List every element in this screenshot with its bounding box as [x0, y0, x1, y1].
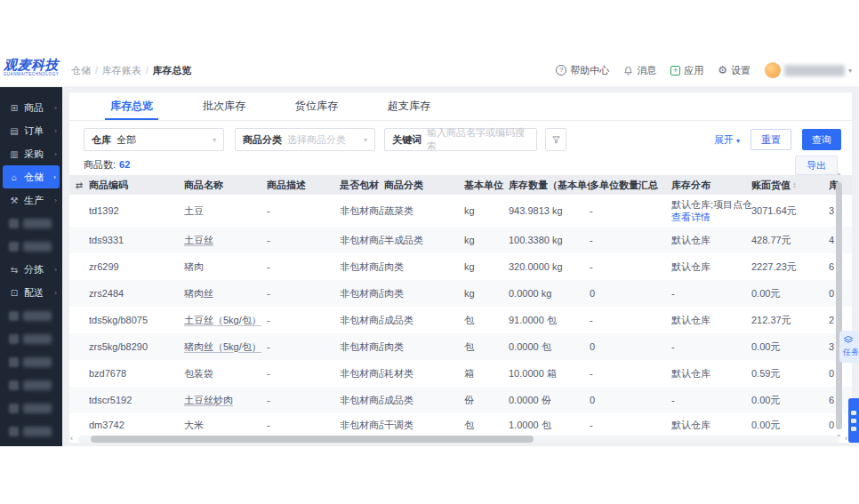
horizontal-scrollbar[interactable]: ‹ › — [78, 436, 839, 443]
goods-name-text[interactable]: 土豆丝炒肉 — [184, 395, 233, 405]
keyword-input[interactable]: 关键词 输入商品名字或编码搜索 — [384, 128, 537, 151]
cutoff-side-panel[interactable] — [848, 398, 859, 443]
column-header-账面货值[interactable]: 账面货值▴▾ — [751, 179, 829, 192]
filter-bar: 仓库 全部 ▾ 商品分类 选择商品分类 ▾ 关键词 输入商品名字或编码搜索 — [69, 128, 852, 153]
help-center-button[interactable]: ? 帮助中心 — [556, 64, 609, 77]
column-settings-icon[interactable]: ⇄ — [69, 180, 89, 190]
inventory-table: ⇄商品编码商品名称商品描述是否包材商品分类基本单位库存数量（基本单位）▴▾多单位… — [69, 175, 852, 436]
column-header-库存数量（基本单位）[interactable]: 库存数量（基本单位）▴▾ — [509, 179, 590, 192]
sidebar-item-redacted[interactable] — [0, 396, 62, 420]
user-menu[interactable]: ▾ — [765, 62, 852, 78]
sidebar-item-生产[interactable]: ⚒生产› — [0, 188, 62, 212]
cell-goods-code: bzd7678 — [89, 368, 184, 379]
goods-name-text[interactable]: 土豆丝 — [184, 235, 213, 245]
breadcrumb-item[interactable]: 库存账表 — [102, 64, 141, 77]
messages-button[interactable]: 消息 — [623, 64, 656, 77]
delivery-icon: ⊡ — [9, 288, 20, 298]
tab-库存总览[interactable]: 库存总览 — [98, 92, 165, 120]
funnel-icon — [551, 135, 561, 145]
cell-book-value: 2227.23元 — [751, 260, 829, 274]
column-header-label: 多单位数量汇总 — [590, 179, 658, 192]
production-icon: ⚒ — [9, 196, 20, 205]
reset-button[interactable]: 重置 — [751, 129, 791, 150]
expand-toggle[interactable]: 展开 ▾ — [714, 133, 740, 147]
search-button[interactable]: 查询 — [802, 129, 841, 150]
tab-货位库存[interactable]: 货位库存 — [283, 92, 350, 120]
horizontal-scrollbar-thumb[interactable] — [91, 436, 534, 443]
panel-glyph — [851, 419, 856, 423]
main-area: 库存总览批次库存货位库存超支库存 仓库 全部 ▾ 商品分类 选择商品分类 ▾ 关… — [62, 87, 859, 446]
cell-stock-qty: 0.0000 包 — [509, 340, 590, 354]
vertical-scrollbar-thumb[interactable] — [836, 182, 842, 429]
cell-base-unit: kg — [464, 205, 509, 216]
scroll-left-arrow[interactable]: ‹ — [70, 434, 73, 443]
scroll-up-arrow[interactable]: ⌃ — [836, 172, 842, 180]
tab-超支库存[interactable]: 超支库存 — [375, 92, 443, 120]
sidebar-item-订单[interactable]: ▤订单› — [0, 119, 62, 142]
chevron-down-icon: ▾ — [213, 136, 216, 144]
column-header-商品编码: 商品编码 — [89, 179, 184, 192]
task-float-button[interactable]: 任务 — [839, 331, 859, 363]
task-float-label: 任务 — [843, 347, 859, 358]
cell-description: - — [267, 395, 340, 405]
goods-name-text[interactable]: 土豆丝（5kg/包） — [184, 315, 261, 325]
sidebar-item-redacted[interactable] — [0, 350, 62, 373]
settings-button[interactable]: ⚙ 设置 — [718, 64, 751, 77]
sidebar-item-redacted[interactable] — [0, 420, 62, 443]
chevron-right-icon: › — [54, 196, 57, 204]
top-bar: 观麦科技 GUANMAITECHNOLOGY 仓储 / 库存账表 / 库存总览 … — [0, 53, 859, 87]
distribution-text: 默认仓库 — [671, 234, 746, 246]
brand-subtitle: GUANMAITECHNOLOGY — [0, 72, 62, 77]
cell-category: 耗材类 — [384, 367, 464, 380]
goods-name-text: 猪肉 — [184, 261, 204, 272]
sidebar-item-redacted[interactable] — [0, 235, 62, 258]
avatar — [765, 62, 781, 78]
messages-label: 消息 — [637, 64, 656, 77]
sidebar-item-redacted[interactable] — [0, 373, 62, 396]
sort-icon: ▴▾ — [793, 181, 796, 188]
table-row: zrs5kg/b8290猪肉丝（5kg/包）-非包材商品肉类包0.0000 包0… — [69, 333, 852, 360]
distribution-text: 默认仓库 — [671, 419, 746, 431]
table-row: zr6299猪肉-非包材商品肉类kg320.0000 kg-默认仓库2227.2… — [69, 253, 852, 280]
sidebar-item-仓储[interactable]: ⌂仓储› — [3, 165, 60, 188]
cell-multi-unit-qty: - — [590, 205, 671, 216]
cell-distribution: 默认仓库 — [671, 367, 751, 380]
goods-name-text[interactable]: 猪肉丝（5kg/包） — [184, 341, 261, 352]
goods-name-text: 土豆 — [184, 205, 204, 216]
sidebar-item-配送[interactable]: ⊡配送› — [0, 281, 62, 304]
sidebar-item-分拣[interactable]: ⇆分拣› — [0, 258, 62, 281]
cell-distribution: - — [671, 394, 751, 406]
sidebar-item-采购[interactable]: ▥采购› — [0, 142, 62, 165]
apps-button[interactable]: + 应用 — [670, 64, 703, 77]
cell-book-value: 0.00元 — [751, 340, 829, 354]
chevron-right-icon: › — [54, 289, 57, 297]
sidebar-item-redacted[interactable] — [0, 327, 62, 350]
cell-distribution: 默认仓库 — [671, 260, 751, 273]
settings-label: 设置 — [731, 64, 751, 77]
scroll-right-arrow[interactable]: › — [845, 434, 847, 443]
chevron-right-icon: › — [54, 266, 57, 274]
redacted-icon — [9, 311, 19, 321]
scroll-down-arrow[interactable]: ⌄ — [836, 430, 842, 438]
table-row: tds5kg/b8075土豆丝（5kg/包）-非包材商品成品类包91.0000 … — [69, 307, 852, 333]
advanced-filter-button[interactable] — [545, 128, 566, 151]
sidebar-item-redacted[interactable] — [0, 304, 62, 327]
column-header-商品分类: 商品分类 — [384, 179, 464, 192]
cell-book-value: 428.77元 — [751, 234, 829, 247]
sidebar-item-商品[interactable]: ⊞商品› — [0, 96, 62, 119]
table-row: bzd7678包装袋-非包材商品耗材类箱10.0000 箱-默认仓库0.59元0 — [69, 360, 852, 387]
orders-icon: ▤ — [9, 126, 20, 136]
tab-批次库存[interactable]: 批次库存 — [190, 92, 258, 120]
category-select[interactable]: 商品分类 选择商品分类 ▾ — [235, 128, 375, 151]
warehouse-select[interactable]: 仓库 全部 ▾ — [84, 128, 224, 151]
cell-description: - — [267, 261, 340, 272]
view-detail-link[interactable]: 查看详情 — [671, 211, 746, 223]
chevron-down-icon: ▾ — [364, 136, 367, 144]
cell-distribution: - — [671, 340, 751, 353]
redacted-label — [23, 311, 52, 321]
sidebar-nav: ⊞商品›▤订单›▥采购›⌂仓储›⚒生产›⇆分拣›⊡配送› — [0, 87, 62, 446]
export-button[interactable]: 导出 — [795, 156, 838, 175]
cell-goods-name: 土豆 — [184, 204, 267, 218]
breadcrumb-item[interactable]: 仓储 — [71, 64, 91, 77]
sidebar-item-redacted[interactable] — [0, 212, 62, 235]
